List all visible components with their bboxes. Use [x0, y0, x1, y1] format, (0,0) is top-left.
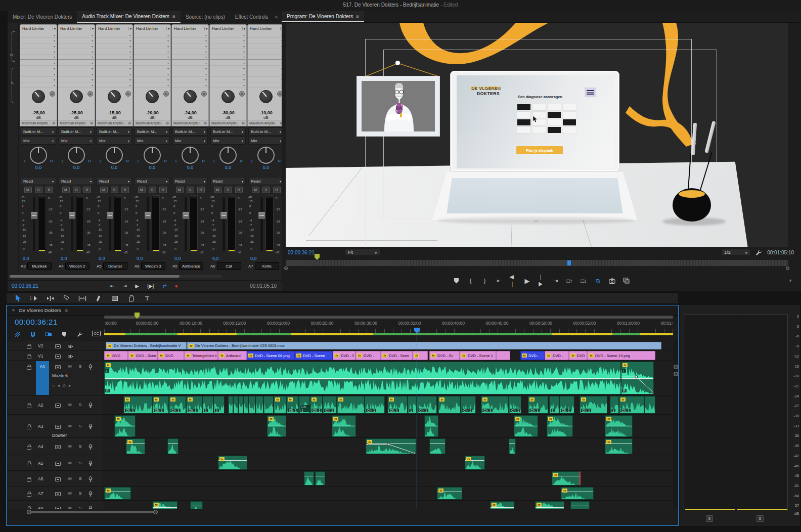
insert-slot[interactable]: ▾ — [248, 43, 282, 49]
insert-slot[interactable]: ▾ — [134, 82, 170, 88]
effect-parameter-knob[interactable] — [259, 90, 273, 103]
snap-magnet-icon[interactable] — [29, 331, 36, 338]
fx-bypass-icon[interactable]: fx — [87, 91, 93, 97]
play-stop-icon[interactable]: ▶ — [524, 277, 531, 284]
insert-slot[interactable]: ▾ — [210, 71, 246, 77]
output-assignment-select[interactable]: Built-in M...▾ — [59, 127, 94, 136]
pan-control[interactable]: L R 0,0 — [171, 147, 209, 176]
clip-fx-badge[interactable]: fx — [553, 473, 558, 477]
pan-value[interactable]: 0,0 — [96, 165, 133, 170]
track-lane-A8[interactable]: fxfxfx — [104, 501, 673, 509]
clip-fx-badge[interactable]: fx — [357, 353, 362, 358]
channel-track-name[interactable]: Downer — [103, 262, 127, 270]
diagnosis-tile[interactable] — [517, 119, 530, 125]
audio-clip[interactable]: fxCh. 1 — [580, 396, 607, 414]
zoom-fit-select[interactable]: Fit▾ — [345, 249, 380, 256]
insert-slot[interactable]: ▾ — [20, 55, 57, 60]
effects-section-icon[interactable]: fx — [10, 53, 13, 57]
mixer-tab-0[interactable]: Mixer: De Vloeren Dokters — [8, 11, 77, 23]
fader-handle[interactable] — [220, 211, 228, 219]
audio-clip[interactable] — [248, 396, 255, 414]
track-lane-A5[interactable]: fxfx — [104, 455, 673, 470]
mark-in-icon[interactable]: { — [467, 277, 474, 284]
clip-fx-badge[interactable]: fx — [248, 353, 253, 358]
panel-menu-icon[interactable]: ≡ — [65, 307, 68, 313]
loop-icon[interactable]: ⇄ — [162, 283, 166, 289]
audio-clip[interactable]: fx — [126, 438, 145, 454]
audio-clip[interactable]: fx — [152, 501, 177, 509]
play-icon[interactable]: ▶ — [135, 283, 139, 289]
source-patch-icon[interactable] — [55, 354, 61, 359]
close-panel-icon[interactable]: ✕ — [12, 308, 15, 313]
clip-fx-badge[interactable]: fx — [537, 503, 542, 507]
work-area-bar[interactable] — [104, 316, 673, 319]
fader-track[interactable] — [33, 197, 35, 251]
insert-slot[interactable]: ▾ — [248, 77, 282, 82]
insert-slot[interactable]: ▾ — [172, 43, 208, 49]
insert-slot[interactable]: ▾ — [58, 55, 95, 60]
insert-slot[interactable]: ▾ — [210, 66, 246, 71]
effect-slot-selector[interactable]: Hard Limiter▾ — [58, 25, 95, 32]
submix-select[interactable]: Mix▾ — [248, 137, 282, 145]
audio-clip[interactable]: Ch. 1 — [323, 396, 337, 414]
fader-track[interactable] — [185, 197, 187, 251]
pan-knob[interactable] — [68, 147, 85, 164]
fader-track[interactable] — [147, 197, 149, 251]
tab-overflow-icon[interactable]: » — [275, 14, 282, 20]
audio-clip[interactable]: fxCh. 1 — [286, 396, 299, 414]
audio-clip[interactable]: Ch. 1 — [461, 396, 476, 414]
diagnosis-tile[interactable] — [532, 127, 546, 133]
effect-slot-selector[interactable]: Hard Limiter▾ — [20, 25, 57, 32]
video-clip[interactable]: fxDVD - Scene 06.png — [247, 351, 295, 360]
insert-slot[interactable]: ▾ — [172, 77, 208, 82]
mute-button[interactable]: M — [62, 187, 70, 193]
clip-fx-badge[interactable]: fx — [106, 363, 111, 367]
clip-fx-badge[interactable]: fx — [466, 457, 471, 461]
video-clip[interactable]: fx — [413, 351, 428, 360]
automation-mode-select[interactable]: Read▾ — [210, 177, 246, 185]
track-lane-A2[interactable]: fxCh. 1fxCh. 1fxCh. 1fxCh. 111fxfxCh. 1C… — [104, 395, 673, 414]
clip-fx-badge[interactable]: fx — [275, 397, 280, 402]
insert-slot[interactable]: ▾ — [210, 55, 246, 60]
clip-fx-badge[interactable]: fx — [296, 353, 301, 358]
lift-icon[interactable]: □↑ — [566, 277, 573, 284]
video-clip[interactable] — [496, 351, 510, 360]
insert-slot[interactable]: ▾ — [248, 66, 282, 71]
mute-button[interactable]: M — [138, 187, 146, 193]
source-patch-icon[interactable] — [55, 404, 61, 408]
clip-fx-badge[interactable]: fx — [492, 503, 497, 507]
output-assignment-select[interactable]: Built-in M...▾ — [97, 127, 132, 136]
audio-clip[interactable]: fxCh. 1 — [310, 396, 323, 414]
submix-select[interactable]: Mix▾ — [135, 137, 170, 145]
track-mute-button[interactable]: M — [68, 424, 72, 428]
video-clip[interactable]: fxDe Vloeren Dokters - Bedrijfsanimatie … — [106, 342, 187, 349]
clip-fx-badge[interactable]: fx — [606, 417, 611, 421]
automation-mode-select[interactable]: Read▾ — [248, 177, 282, 185]
clip-fx-badge[interactable]: fx — [116, 417, 121, 421]
insert-slot[interactable]: ▾ — [58, 49, 95, 55]
pan-knob[interactable] — [106, 147, 123, 164]
video-clip[interactable]: fxDVD - Scene — [128, 351, 157, 360]
submix-select[interactable]: Mix▾ — [21, 137, 56, 145]
pan-knob[interactable] — [182, 147, 199, 164]
record-arm-button[interactable]: R — [121, 187, 129, 193]
clip-fx-badge[interactable]: fx — [461, 353, 466, 358]
insert-slot[interactable]: ▾ — [58, 71, 95, 77]
insert-slot[interactable]: ▾ — [134, 55, 170, 60]
diagnosis-tile[interactable] — [548, 119, 561, 125]
pen-tool-icon[interactable] — [95, 294, 103, 302]
effect-value[interactable]: -15,00 — [96, 110, 132, 115]
diagnosis-tile[interactable] — [548, 112, 561, 118]
track-solo-button[interactable]: S — [79, 506, 81, 509]
insert-slot[interactable]: ▾ — [248, 38, 282, 43]
diagnosis-tile[interactable] — [563, 127, 576, 133]
clip-fx-badge[interactable]: fx — [548, 417, 553, 421]
track-name-label[interactable]: Downer — [52, 433, 67, 438]
voiceover-record-icon[interactable] — [88, 364, 93, 370]
record-arm-button[interactable]: R — [83, 187, 91, 193]
insert-slot[interactable]: ▾ — [134, 60, 170, 66]
effect-parameter-name[interactable]: Maximum Amplitu⚙ — [20, 120, 57, 126]
clip-fx-badge[interactable]: fx — [129, 353, 135, 358]
extract-icon[interactable]: □↓ — [581, 277, 588, 284]
time-ruler[interactable]: :00:0000:00:05:0000:00:10:0000:00:15:000… — [104, 319, 673, 333]
